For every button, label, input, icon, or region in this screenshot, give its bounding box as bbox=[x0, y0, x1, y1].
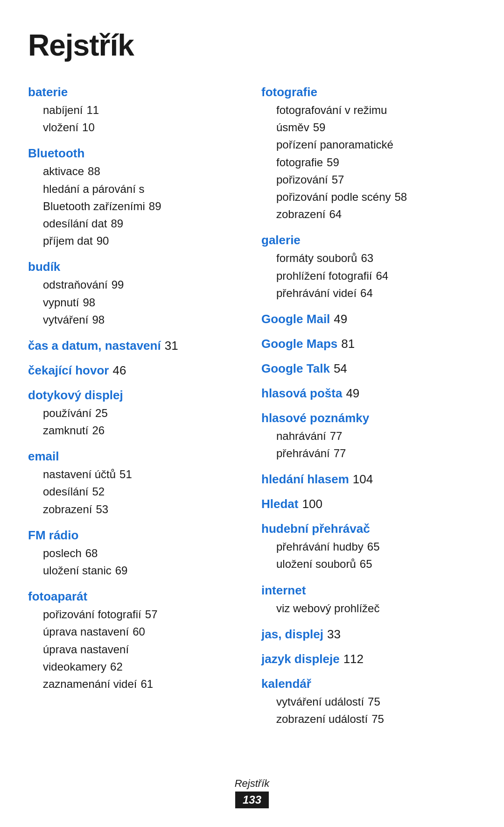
footer-label: Rejstřík bbox=[0, 778, 504, 790]
section-title: kalendář bbox=[261, 677, 476, 691]
section-title: jas, displej bbox=[261, 627, 323, 641]
index-section: FM rádioposlech68uložení stanic69 bbox=[28, 528, 243, 579]
footer-page: 133 bbox=[235, 792, 269, 808]
section-number: 49 bbox=[346, 386, 359, 400]
entry-number: 75 bbox=[368, 695, 380, 708]
index-columns: baterienabíjení11vložení10Bluetoothaktiv… bbox=[28, 85, 476, 738]
entry-number: 65 bbox=[367, 540, 380, 553]
entry-number: 60 bbox=[133, 625, 145, 638]
index-entry: prohlížení fotografií64 bbox=[261, 267, 476, 284]
index-entry: vypnutí98 bbox=[28, 294, 243, 311]
entry-number: 61 bbox=[140, 678, 153, 690]
index-entry: úprava nastavenívideokamery62 bbox=[28, 641, 243, 675]
index-section: kalendářvytváření událostí75zobrazení ud… bbox=[261, 677, 476, 728]
entry-number: 58 bbox=[394, 191, 407, 203]
section-number: 104 bbox=[353, 472, 373, 486]
entry-number: 99 bbox=[112, 278, 124, 291]
index-entry: vytváření98 bbox=[28, 311, 243, 328]
index-entry: uložení souborů65 bbox=[261, 555, 476, 573]
index-section: galerieformáty souborů63prohlížení fotog… bbox=[261, 233, 476, 302]
section-header: Hledat100 bbox=[261, 497, 476, 511]
entry-number: 88 bbox=[88, 165, 100, 177]
section-title: čekající hovor bbox=[28, 363, 109, 377]
entry-number: 26 bbox=[92, 424, 105, 437]
section-number: 54 bbox=[334, 361, 347, 375]
entry-number: 11 bbox=[86, 104, 99, 116]
entry-number: 68 bbox=[85, 547, 98, 559]
index-entry: nastavení účtů51 bbox=[28, 466, 243, 483]
entry-number: 64 bbox=[360, 287, 373, 299]
section-title: Google Mail bbox=[261, 312, 330, 326]
section-title: Bluetooth bbox=[28, 146, 243, 161]
index-entry: nahrávání77 bbox=[261, 427, 476, 445]
entry-number: 89 bbox=[111, 217, 123, 230]
index-section: hlasové poznámkynahrávání77přehrávání77 bbox=[261, 411, 476, 462]
section-number: 49 bbox=[334, 312, 347, 326]
section-title: hlasové poznámky bbox=[261, 411, 476, 425]
section-number: 112 bbox=[343, 652, 364, 666]
index-entry: přehrávání videí64 bbox=[261, 284, 476, 302]
index-entry: pořízení panoramatickéfotografie59 bbox=[261, 136, 476, 170]
section-title: baterie bbox=[28, 85, 243, 99]
section-header: čas a datum, nastavení31 bbox=[28, 339, 243, 353]
index-section: dotykový displejpoužívání25zamknutí26 bbox=[28, 388, 243, 439]
right-column: fotografiefotografování v režimuúsměv59p… bbox=[261, 85, 476, 738]
section-title: Hledat bbox=[261, 497, 298, 511]
index-section: Bluetoothaktivace88hledání a párování sB… bbox=[28, 146, 243, 249]
index-entry: používání25 bbox=[28, 404, 243, 422]
index-section: Google Maps81 bbox=[261, 337, 476, 351]
index-entry: vložení10 bbox=[28, 119, 243, 136]
index-entry: pořizování fotografií57 bbox=[28, 606, 243, 623]
index-entry: uložení stanic69 bbox=[28, 562, 243, 579]
entry-number: 57 bbox=[332, 173, 344, 186]
index-section: hlasová pošta49 bbox=[261, 386, 476, 401]
section-header: hlasová pošta49 bbox=[261, 386, 476, 401]
section-header: Google Maps81 bbox=[261, 337, 476, 351]
section-header: Google Talk54 bbox=[261, 361, 476, 376]
index-section: Hledat100 bbox=[261, 497, 476, 511]
index-entry: poslech68 bbox=[28, 544, 243, 562]
index-section: fotoaparátpořizování fotografií57úprava … bbox=[28, 589, 243, 693]
section-number: 33 bbox=[327, 627, 341, 641]
index-entry: zobrazení událostí75 bbox=[261, 710, 476, 728]
index-entry: pořizování podle scény58 bbox=[261, 188, 476, 205]
index-entry: úprava nastavení60 bbox=[28, 623, 243, 640]
index-entry: zamknutí26 bbox=[28, 422, 243, 439]
index-entry: pořizování57 bbox=[261, 171, 476, 188]
section-number: 46 bbox=[112, 363, 126, 377]
entry-number: 90 bbox=[97, 234, 109, 247]
entry-number: 59 bbox=[327, 156, 339, 169]
section-title: budík bbox=[28, 260, 243, 274]
index-entry: fotografování v režimuúsměv59 bbox=[261, 101, 476, 136]
entry-number: 64 bbox=[376, 269, 388, 282]
index-entry: aktivace88 bbox=[28, 163, 243, 180]
entry-number: 62 bbox=[110, 660, 123, 673]
index-entry: příjem dat90 bbox=[28, 232, 243, 249]
entry-number: 69 bbox=[115, 564, 128, 577]
entry-number: 77 bbox=[330, 430, 343, 442]
index-entry: formáty souborů63 bbox=[261, 249, 476, 267]
entry-number: 98 bbox=[83, 296, 95, 309]
index-entry: hledání a párování sBluetooth zařízeními… bbox=[28, 180, 243, 215]
section-title: email bbox=[28, 449, 243, 464]
entry-number: 57 bbox=[145, 608, 158, 621]
section-title: hledání hlasem bbox=[261, 472, 349, 486]
section-header: Google Mail49 bbox=[261, 312, 476, 326]
entry-number: 25 bbox=[95, 407, 108, 419]
page-title: Rejstřík bbox=[28, 28, 476, 63]
index-section: Google Talk54 bbox=[261, 361, 476, 376]
index-section: jazyk displeje112 bbox=[261, 652, 476, 666]
entry-number: 53 bbox=[96, 503, 108, 516]
entry-number: 10 bbox=[82, 121, 95, 134]
section-number: 100 bbox=[302, 497, 322, 511]
entry-number: 51 bbox=[119, 468, 132, 481]
index-section: čekající hovor46 bbox=[28, 363, 243, 378]
section-title: čas a datum, nastavení bbox=[28, 339, 161, 353]
section-title: Google Maps bbox=[261, 337, 337, 351]
section-header: hledání hlasem104 bbox=[261, 472, 476, 487]
index-section: hudební přehrávačpřehrávání hudby65ulože… bbox=[261, 522, 476, 573]
index-section: Google Mail49 bbox=[261, 312, 476, 326]
index-section: budíkodstraňování99vypnutí98vytváření98 bbox=[28, 260, 243, 328]
entry-number: 63 bbox=[361, 252, 373, 264]
left-column: baterienabíjení11vložení10Bluetoothaktiv… bbox=[28, 85, 243, 738]
